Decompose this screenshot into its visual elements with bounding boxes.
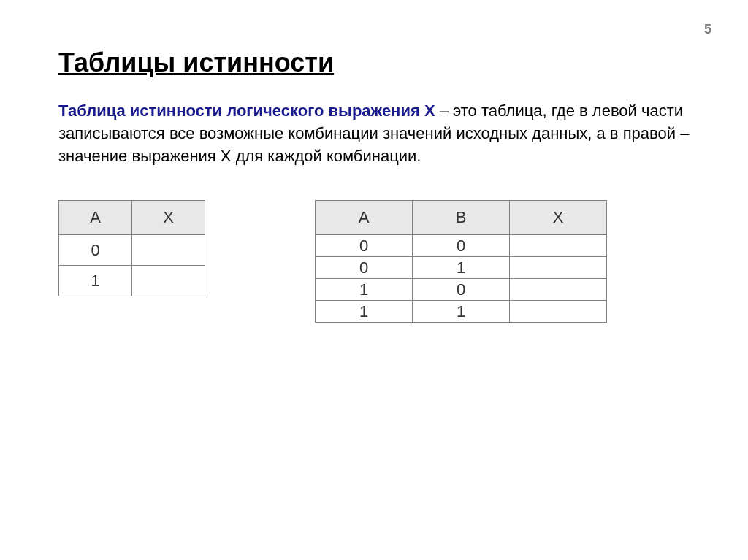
table1-cell <box>132 266 205 296</box>
table2-cell <box>510 257 607 279</box>
table2-cell: 1 <box>413 301 510 323</box>
description-highlight: Таблица истинности логического выражения… <box>58 101 435 120</box>
table-row: 1 <box>59 266 205 296</box>
table2-cell <box>510 301 607 323</box>
table2-cell: 0 <box>316 257 413 279</box>
table2-cell: 1 <box>413 257 510 279</box>
page-number: 5 <box>704 22 711 37</box>
truth-table-2: A B X 0 0 0 1 1 0 1 1 <box>315 200 607 323</box>
table-row: 0 1 <box>316 257 607 279</box>
table2-cell: 1 <box>316 279 413 301</box>
table-row: 1 1 <box>316 301 607 323</box>
table-row: 0 0 <box>316 235 607 257</box>
table1-cell: 1 <box>59 266 132 296</box>
tables-container: A X 0 1 A B X 0 0 <box>58 200 690 323</box>
table-row: 0 <box>59 235 205 266</box>
table1-header-x: X <box>132 201 205 235</box>
table2-header-x: X <box>510 201 607 235</box>
table1-cell <box>132 235 205 266</box>
page-title: Таблицы истинности <box>58 47 690 78</box>
table-row: 1 0 <box>316 279 607 301</box>
table2-header-b: B <box>413 201 510 235</box>
table2-cell <box>510 279 607 301</box>
table1-header-a: A <box>59 201 132 235</box>
table2-cell: 1 <box>316 301 413 323</box>
table1-cell: 0 <box>59 235 132 266</box>
description: Таблица истинности логического выражения… <box>58 100 690 167</box>
table2-cell: 0 <box>413 279 510 301</box>
table2-header-a: A <box>316 201 413 235</box>
table2-cell: 0 <box>413 235 510 257</box>
truth-table-1: A X 0 1 <box>58 200 205 296</box>
table2-cell <box>510 235 607 257</box>
table2-cell: 0 <box>316 235 413 257</box>
